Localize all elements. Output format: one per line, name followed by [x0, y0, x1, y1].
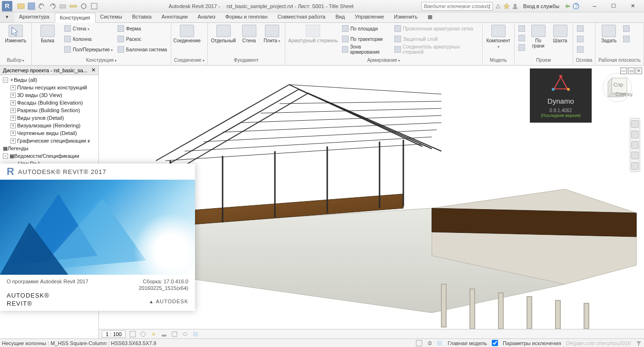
- sync-icon[interactable]: [80, 2, 88, 10]
- beam-button[interactable]: Балка: [35, 24, 60, 43]
- file-tab[interactable]: ▾: [0, 12, 14, 22]
- byface-button[interactable]: По грани: [529, 24, 548, 48]
- shaft-button[interactable]: Шахта: [551, 24, 570, 43]
- status-filter[interactable]: Параметры исключения: [503, 340, 561, 346]
- tab-structure[interactable]: Конструкция: [55, 13, 96, 23]
- shadow-icon[interactable]: [161, 331, 167, 337]
- view-max-icon[interactable]: ▭: [628, 67, 634, 74]
- tree-item[interactable]: +Планы несущих конструкций: [1, 84, 98, 91]
- panel-construct-title[interactable]: Конструкция: [35, 58, 168, 65]
- worksets-icon[interactable]: [416, 340, 422, 347]
- tree-item[interactable]: +Графические спецификации к: [1, 137, 98, 145]
- tab-annotate[interactable]: Аннотации: [157, 12, 193, 22]
- view-min-icon[interactable]: —: [620, 67, 627, 74]
- hide-icon[interactable]: [182, 331, 188, 337]
- undo-icon[interactable]: [38, 2, 46, 10]
- visual-style-icon[interactable]: [140, 331, 146, 337]
- tree-group[interactable]: ▦ Легенды: [1, 145, 98, 152]
- open-small3[interactable]: [517, 43, 526, 52]
- tree-item[interactable]: +Разрезы (Building Section): [1, 106, 98, 114]
- detail-level-icon[interactable]: [129, 331, 136, 337]
- fwall-button[interactable]: Стена: [239, 24, 259, 43]
- beamsys-button[interactable]: Балочная система: [117, 45, 168, 54]
- tab-manage[interactable]: Управление: [350, 12, 389, 22]
- panel-select-title[interactable]: Выбор: [3, 58, 29, 65]
- base-btn3[interactable]: [576, 45, 585, 54]
- tab-modify[interactable]: Изменить: [389, 12, 423, 22]
- model-icon[interactable]: [436, 340, 443, 347]
- join-button[interactable]: Соединение: [174, 24, 200, 43]
- tree-item[interactable]: +3D виды (3D View): [1, 91, 98, 99]
- browser-tree[interactable]: −⚬ Виды (all) +Планы несущих конструкций…: [0, 75, 98, 168]
- nav-wheel-icon[interactable]: [631, 120, 639, 128]
- viewcube[interactable]: Спр Спереди: [602, 72, 633, 103]
- measure-icon[interactable]: [69, 2, 77, 10]
- wp-btn1[interactable]: [622, 24, 631, 33]
- wall-button[interactable]: Стена: [63, 24, 114, 33]
- minimize-button[interactable]: ─: [585, 0, 604, 12]
- redo-icon[interactable]: [49, 2, 56, 10]
- path-rebar-button[interactable]: По траектории: [341, 34, 391, 44]
- panel-rebar-title[interactable]: Армирование: [288, 58, 479, 65]
- tab-systems[interactable]: Системы: [96, 12, 127, 22]
- isolated-button[interactable]: Отдельный: [211, 24, 236, 43]
- panel-join-title[interactable]: Соединение: [174, 58, 205, 65]
- nav-zoom-icon[interactable]: [631, 141, 639, 149]
- tab-collaborate[interactable]: Совместная работа: [273, 12, 331, 22]
- nav-look-icon[interactable]: [631, 162, 639, 170]
- exchange-icon[interactable]: [564, 3, 571, 10]
- tab-massing[interactable]: Формы и генплан: [221, 12, 273, 22]
- view-close-icon[interactable]: ✕: [635, 67, 642, 74]
- tree-root[interactable]: −⚬ Виды (all): [1, 76, 98, 84]
- nav-pan-icon[interactable]: [631, 131, 639, 138]
- component-button[interactable]: Компонент: [486, 24, 511, 49]
- open-icon[interactable]: [17, 2, 25, 10]
- signin-link[interactable]: Вход в службы: [520, 3, 562, 9]
- star-icon[interactable]: [503, 3, 510, 10]
- help-icon[interactable]: ?: [573, 3, 579, 10]
- nav-orbit-icon[interactable]: [631, 152, 639, 159]
- crop-icon[interactable]: [171, 331, 178, 337]
- tab-analyze[interactable]: Анализ: [193, 12, 221, 22]
- filter-icon[interactable]: [635, 340, 642, 347]
- tab-architecture[interactable]: Архитектура: [14, 12, 55, 22]
- modify-button[interactable]: Изменить: [3, 24, 29, 43]
- sun-icon[interactable]: [150, 331, 157, 337]
- tab-insert[interactable]: Вставка: [127, 12, 157, 22]
- tree-group[interactable]: −▦ Ведомости/Спецификации: [1, 152, 98, 160]
- tree-item[interactable]: +Визуализация (Rendering): [1, 122, 98, 129]
- app-icon[interactable]: R: [2, 1, 12, 11]
- search-input[interactable]: [421, 2, 493, 10]
- print-icon[interactable]: [59, 2, 67, 10]
- modify-label: Изменить: [5, 38, 26, 43]
- open-small1[interactable]: [517, 24, 526, 33]
- zone-button[interactable]: Зона армирования: [341, 45, 391, 54]
- tree-item[interactable]: +Фасады (Building Elevation): [1, 99, 98, 106]
- save-icon[interactable]: [28, 2, 35, 10]
- reveal-icon[interactable]: [192, 331, 199, 337]
- close-button[interactable]: ✕: [623, 0, 642, 12]
- set-button[interactable]: Задать: [598, 24, 619, 43]
- tab-addins-icon[interactable]: ▦: [423, 12, 433, 22]
- tree-item[interactable]: +Виды узлов (Detail): [1, 114, 98, 122]
- scale-input[interactable]: [102, 330, 126, 337]
- tab-view[interactable]: Вид: [331, 12, 350, 22]
- infocenter-icon[interactable]: [495, 3, 501, 10]
- area-rebar-button[interactable]: По площади: [341, 24, 391, 33]
- brace-button[interactable]: Раскос: [117, 34, 168, 44]
- base-btn1[interactable]: [576, 24, 585, 33]
- slab-button[interactable]: Плита: [262, 24, 282, 44]
- filter-checkbox[interactable]: [492, 340, 498, 346]
- browser-close-icon[interactable]: ✕: [91, 67, 96, 73]
- switch-icon[interactable]: [90, 2, 98, 10]
- tree-item[interactable]: +Чертежные виды (Detail): [1, 129, 98, 137]
- user-icon[interactable]: [512, 3, 518, 10]
- status-model[interactable]: Главная модель: [448, 340, 487, 346]
- base-btn2[interactable]: [576, 34, 585, 44]
- maximize-button[interactable]: ☐: [604, 0, 623, 12]
- column-button[interactable]: Колонна: [63, 34, 114, 44]
- open-small2[interactable]: [517, 33, 526, 43]
- wp-btn2[interactable]: [622, 34, 631, 44]
- floor-button[interactable]: Пол/Перекрытие: [63, 45, 114, 54]
- truss-button[interactable]: Ферма: [117, 24, 168, 33]
